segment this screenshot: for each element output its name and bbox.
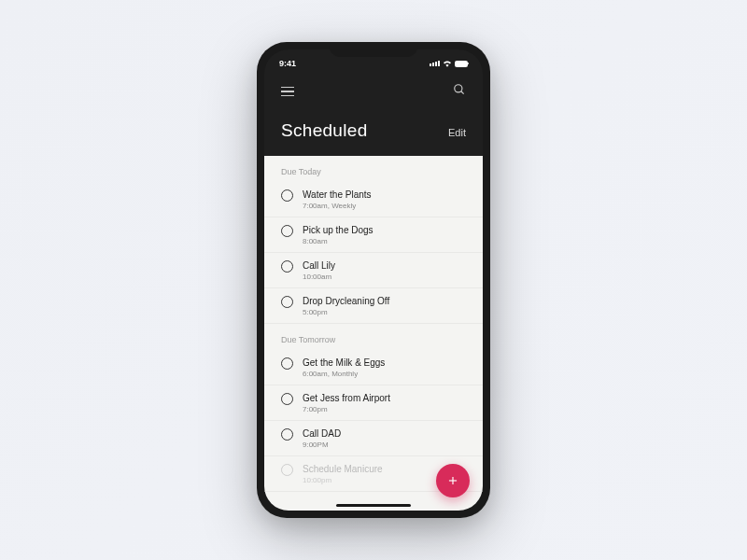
status-indicators bbox=[430, 60, 468, 67]
task-row[interactable]: Pick up the Dogs 8:00am bbox=[264, 217, 483, 253]
wifi-icon bbox=[443, 60, 452, 67]
task-title: Drop Drycleaning Off bbox=[303, 295, 389, 307]
svg-line-1 bbox=[461, 91, 464, 94]
checkbox-icon[interactable] bbox=[281, 393, 293, 405]
task-time: 7:00pm bbox=[303, 405, 390, 413]
battery-icon bbox=[455, 61, 468, 67]
status-time: 9:41 bbox=[279, 59, 296, 68]
home-indicator[interactable] bbox=[336, 504, 411, 507]
checkbox-icon[interactable] bbox=[281, 296, 293, 308]
task-row[interactable]: Drop Drycleaning Off 5:00pm bbox=[264, 288, 483, 324]
task-title: Water the Plants bbox=[303, 189, 372, 201]
checkbox-icon[interactable] bbox=[281, 189, 293, 202]
task-row[interactable]: Get Jess from Airport 7:00pm bbox=[264, 385, 483, 421]
task-time: 10:00pm bbox=[303, 476, 383, 484]
menu-icon[interactable] bbox=[281, 87, 294, 97]
screen: 9:41 Scheduled Edit Due Today Water the … bbox=[264, 49, 483, 511]
task-title: Get Jess from Airport bbox=[303, 392, 390, 404]
task-title: Schedule Manicure bbox=[303, 463, 383, 475]
checkbox-icon[interactable] bbox=[281, 464, 293, 476]
search-icon[interactable] bbox=[453, 83, 466, 100]
task-time: 10:00am bbox=[303, 273, 335, 281]
section-label-tomorrow: Due Tomorrow bbox=[264, 324, 483, 350]
checkbox-icon[interactable] bbox=[281, 428, 293, 441]
signal-icon bbox=[430, 61, 440, 66]
task-row[interactable]: Get the Milk & Eggs 6:00am, Monthly bbox=[264, 350, 483, 385]
task-time: 8:00am bbox=[303, 237, 374, 245]
task-time: 7:00am, Weekly bbox=[303, 202, 372, 210]
task-row[interactable]: Water the Plants 7:00am, Weekly bbox=[264, 182, 483, 217]
task-title: Call Lily bbox=[303, 259, 335, 272]
top-bar bbox=[264, 74, 483, 104]
edit-button[interactable]: Edit bbox=[448, 127, 466, 138]
add-button[interactable] bbox=[436, 464, 470, 497]
svg-point-0 bbox=[455, 85, 462, 92]
task-list[interactable]: Due Today Water the Plants 7:00am, Weekl… bbox=[264, 156, 483, 511]
task-row[interactable]: Call Lily 10:00am bbox=[264, 253, 483, 288]
task-time: 9:00PM bbox=[303, 441, 341, 449]
section-label-today: Due Today bbox=[264, 156, 483, 182]
checkbox-icon[interactable] bbox=[281, 357, 293, 370]
page-title: Scheduled bbox=[281, 120, 368, 141]
notch bbox=[330, 42, 418, 57]
phone-frame: 9:41 Scheduled Edit Due Today Water the … bbox=[257, 42, 490, 518]
checkbox-icon[interactable] bbox=[281, 260, 293, 273]
task-title: Call DAD bbox=[303, 427, 341, 440]
task-row[interactable]: Call DAD 9:00PM bbox=[264, 421, 483, 456]
task-title: Pick up the Dogs bbox=[303, 224, 374, 236]
plus-icon bbox=[446, 474, 459, 487]
checkbox-icon[interactable] bbox=[281, 225, 293, 237]
task-title: Get the Milk & Eggs bbox=[303, 357, 385, 369]
page-header: Scheduled Edit bbox=[264, 104, 483, 156]
task-time: 6:00am, Monthly bbox=[303, 370, 385, 378]
task-time: 5:00pm bbox=[303, 308, 389, 316]
